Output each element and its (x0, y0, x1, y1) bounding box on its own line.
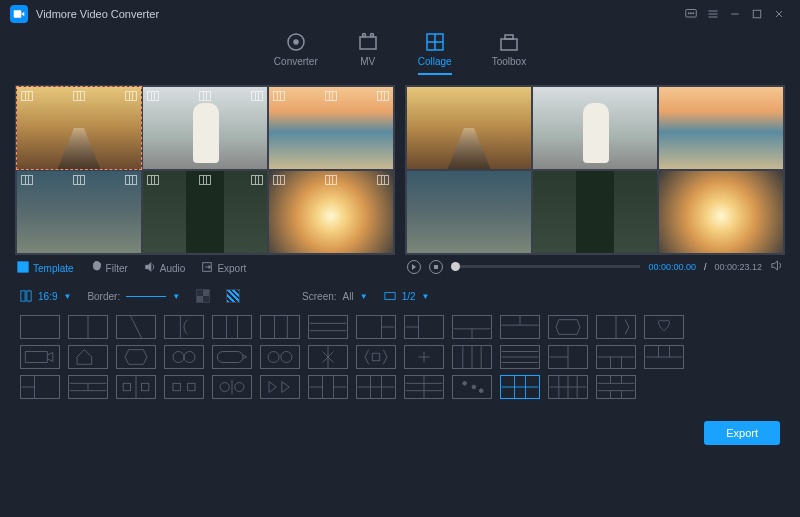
template-item[interactable] (116, 375, 156, 399)
footer-bar: Export (0, 413, 800, 453)
template-item[interactable] (260, 375, 300, 399)
screen-select[interactable]: Screen: All ▼ (302, 291, 368, 302)
template-item[interactable] (596, 375, 636, 399)
template-item[interactable] (20, 375, 60, 399)
template-item[interactable] (356, 345, 396, 369)
svg-rect-0 (14, 10, 22, 18)
svg-point-31 (472, 385, 476, 389)
maximize-icon[interactable] (746, 3, 768, 25)
pattern-picker-button[interactable] (226, 289, 240, 303)
aspect-value: 16:9 (38, 291, 57, 302)
svg-point-28 (220, 382, 229, 391)
template-item[interactable] (308, 345, 348, 369)
title-bar: Vidmore Video Converter (0, 0, 800, 28)
template-item-selected[interactable] (500, 375, 540, 399)
template-item[interactable] (548, 315, 588, 339)
svg-point-32 (479, 389, 483, 393)
border-label: Border: (87, 291, 120, 302)
template-item[interactable] (596, 345, 636, 369)
template-item[interactable] (116, 345, 156, 369)
template-item[interactable] (260, 345, 300, 369)
template-item[interactable] (404, 315, 444, 339)
collage-preview-grid (405, 85, 785, 255)
nav-mv[interactable]: MV (358, 32, 378, 75)
svg-point-22 (268, 352, 279, 363)
tab-filter[interactable]: Filter (90, 261, 128, 275)
tab-label: Export (217, 263, 246, 274)
time-current: 00:00:00.00 (648, 262, 696, 272)
template-item[interactable] (260, 315, 300, 339)
collage-editor-grid[interactable] (15, 85, 395, 255)
template-item[interactable] (452, 375, 492, 399)
main-nav: Converter MV Collage Toolbox (0, 28, 800, 85)
template-item[interactable] (644, 345, 684, 369)
seek-thumb[interactable] (451, 262, 460, 271)
template-item[interactable] (452, 315, 492, 339)
collage-cell[interactable] (16, 86, 142, 170)
nav-converter[interactable]: Converter (274, 32, 318, 75)
template-item[interactable] (308, 375, 348, 399)
toolbox-icon (499, 32, 519, 52)
svg-point-9 (362, 34, 365, 37)
nav-collage[interactable]: Collage (418, 32, 452, 75)
template-item[interactable] (116, 315, 156, 339)
template-item[interactable] (644, 315, 684, 339)
template-item[interactable] (548, 345, 588, 369)
template-item[interactable] (500, 315, 540, 339)
view-scale-select[interactable]: 1/2 ▼ (384, 290, 430, 302)
stop-button[interactable] (429, 260, 443, 274)
template-item[interactable] (596, 315, 636, 339)
svg-point-20 (184, 352, 195, 363)
template-item[interactable] (548, 375, 588, 399)
minimize-icon[interactable] (724, 3, 746, 25)
svg-rect-18 (384, 293, 394, 300)
aspect-ratio-select[interactable]: 16:9 ▼ (20, 290, 71, 302)
nav-label: Converter (274, 56, 318, 67)
template-item[interactable] (164, 345, 204, 369)
collage-cell[interactable] (268, 86, 394, 170)
tab-export[interactable]: Export (201, 261, 246, 275)
svg-rect-12 (501, 39, 517, 50)
template-item[interactable] (20, 315, 60, 339)
svg-rect-24 (123, 383, 130, 390)
template-item[interactable] (452, 345, 492, 369)
tab-template[interactable]: Template (17, 261, 74, 275)
template-item[interactable] (68, 345, 108, 369)
collage-cell[interactable] (268, 170, 394, 254)
options-bar: 16:9 ▼ Border: ▼ Screen: All ▼ 1/2 ▼ (0, 281, 800, 311)
template-item[interactable] (212, 375, 252, 399)
template-item[interactable] (356, 375, 396, 399)
collage-cell[interactable] (142, 170, 268, 254)
svg-point-30 (463, 382, 467, 386)
template-item[interactable] (212, 315, 252, 339)
template-item[interactable] (20, 345, 60, 369)
menu-icon[interactable] (702, 3, 724, 25)
template-item[interactable] (164, 375, 204, 399)
template-item[interactable] (164, 315, 204, 339)
template-item[interactable] (404, 375, 444, 399)
export-button[interactable]: Export (704, 421, 780, 445)
svg-rect-17 (27, 291, 31, 301)
color-picker-button[interactable] (196, 289, 210, 303)
feedback-icon[interactable] (680, 3, 702, 25)
app-title: Vidmore Video Converter (36, 8, 159, 20)
play-button[interactable] (407, 260, 421, 274)
svg-point-2 (688, 13, 689, 14)
close-icon[interactable] (768, 3, 790, 25)
template-item[interactable] (500, 345, 540, 369)
collage-cell[interactable] (16, 170, 142, 254)
volume-icon[interactable] (770, 259, 783, 274)
template-item[interactable] (308, 315, 348, 339)
template-item[interactable] (68, 375, 108, 399)
nav-toolbox[interactable]: Toolbox (492, 32, 526, 75)
template-item[interactable] (212, 345, 252, 369)
tab-audio[interactable]: Audio (144, 261, 186, 275)
app-logo (10, 5, 28, 23)
svg-point-7 (294, 40, 298, 44)
seek-bar[interactable] (451, 265, 640, 268)
template-item[interactable] (356, 315, 396, 339)
template-item[interactable] (68, 315, 108, 339)
template-item[interactable] (404, 345, 444, 369)
collage-cell[interactable] (142, 86, 268, 170)
border-control[interactable]: Border: ▼ (87, 291, 180, 302)
